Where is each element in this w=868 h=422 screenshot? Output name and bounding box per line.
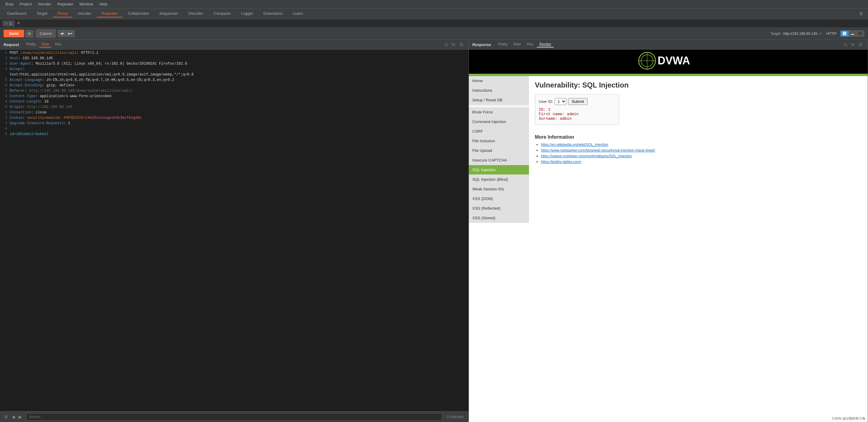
tab-learn[interactable]: Learn [288, 10, 307, 18]
request-panel-icons: ⌸ \n ☰ [444, 41, 465, 48]
tab-sequencer[interactable]: Sequencer [154, 10, 183, 18]
sidebar-item-sql-injection[interactable]: SQL Injection [469, 165, 529, 175]
sidebar-item-xss-dom[interactable]: XSS (DOM) [469, 194, 529, 204]
new-tab-button[interactable]: + [17, 20, 21, 26]
menu-burp[interactable]: Burp [2, 0, 17, 8]
request-tab-hex[interactable]: Hex [53, 41, 64, 48]
request-tab-raw[interactable]: Raw [39, 41, 52, 48]
settings-button[interactable]: ⚙ [25, 30, 33, 37]
menu-repeater[interactable]: Repeater [54, 0, 76, 8]
tab-decoder[interactable]: Decoder [184, 10, 208, 18]
sidebar-item-home[interactable]: Home [469, 76, 529, 86]
cancel-button[interactable]: Cancel [36, 29, 56, 37]
tab-extensions[interactable]: Extensions [258, 10, 287, 18]
result-id: ID: 1 [539, 107, 615, 112]
dvwa-sidebar-sep [469, 105, 529, 107]
menu-project[interactable]: Project [17, 0, 35, 8]
response-tab-render[interactable]: Render [537, 41, 553, 48]
sidebar-item-csrf[interactable]: CSRF [469, 126, 529, 136]
nav-buttons: ◀▾ ▶▾ [58, 30, 74, 37]
dvwa-result: ID: 1 First name: admin Surname: admin [539, 107, 615, 121]
request-line-6: 6 Accept-Encoding: gzip, deflate [0, 83, 469, 89]
response-wrap-icon[interactable]: ⌸ [843, 41, 848, 48]
dvwa-logo: DVWA [638, 52, 698, 72]
link-3[interactable]: https://owasp.org/www-community/attacks/… [541, 154, 632, 158]
request-menu-icon[interactable]: ☰ [458, 41, 465, 48]
request-line-2: 2 Host: 192.168.80.145 [0, 56, 469, 62]
request-line-1: 1 POST /dvwa/vulnerabilities/sqli/ HTTP/… [0, 51, 469, 56]
search-input[interactable] [26, 413, 442, 421]
request-content[interactable]: 1 POST /dvwa/vulnerabilities/sqli/ HTTP/… [0, 50, 469, 411]
settings-bottom-icon[interactable]: ⚙ [2, 414, 10, 420]
user-id-select[interactable]: 1 2 3 [555, 98, 566, 105]
main-tab-bar: Dashboard Target Proxy Intruder Repeater… [0, 8, 868, 19]
dvwa-more-info: More Information https://en.wikipedia.or… [535, 135, 862, 164]
request-line-9: 9 Content-Length: 18 [0, 100, 469, 105]
view-single[interactable]: ⬛ [856, 30, 864, 37]
tab-logger[interactable]: Logger [236, 10, 258, 18]
render-content: DVWA Home Instructions Setup / Reset DB … [469, 50, 868, 422]
tab-collaborator[interactable]: Collaborator [123, 10, 154, 18]
link-1[interactable]: https://en.wikipedia.org/wiki/SQL_inject… [541, 143, 608, 147]
request-line-15: 5 id=1&Submit=Submit [0, 132, 469, 137]
response-newline-icon[interactable]: \n [849, 41, 856, 48]
nav-back-button[interactable]: ◀▾ [58, 30, 66, 37]
tab-proxy[interactable]: Proxy [53, 10, 72, 18]
sidebar-item-file-inclusion[interactable]: File Inclusion [469, 136, 529, 146]
request-tab-pretty[interactable]: Pretty [24, 41, 38, 48]
tab-comparer[interactable]: Comparer [209, 10, 236, 18]
response-tab-pretty[interactable]: Pretty [496, 41, 510, 48]
sidebar-item-brute-force[interactable]: Brute Force [469, 107, 529, 117]
submit-button[interactable]: Submit [568, 98, 587, 105]
response-tab-raw[interactable]: Raw [511, 41, 523, 48]
sidebar-item-xss-stored[interactable]: XSS (Stored) [469, 213, 529, 223]
request-line-4a: 4 Accept: [0, 67, 469, 73]
sidebar-item-sql-injection-blind[interactable]: SQL Injection (Blind) [469, 175, 529, 185]
nav-next-icon[interactable]: ▶ [17, 414, 24, 420]
request-bottom-bar: ⚙ ◀ ▶ 0 matches [0, 411, 469, 422]
menu-intruder[interactable]: Intruder [35, 0, 54, 8]
svg-text:DVWA: DVWA [658, 54, 690, 67]
tab-target[interactable]: Target [32, 10, 52, 18]
sub-tab-1[interactable]: × 1 [2, 21, 15, 26]
menu-window[interactable]: Window [76, 0, 96, 8]
result-surname: Surname: admin [539, 116, 615, 121]
sidebar-item-setup[interactable]: Setup / Reset DB [469, 95, 529, 105]
sidebar-item-file-upload[interactable]: File Upload [469, 146, 529, 156]
settings-icon[interactable]: ⚙ [857, 11, 866, 17]
sidebar-item-xss-reflected[interactable]: XSS (Reflected) [469, 204, 529, 213]
dvwa-body: Home Instructions Setup / Reset DB Brute… [469, 76, 868, 223]
response-menu-icon[interactable]: ☰ [857, 41, 864, 48]
sidebar-item-weak-session-ids[interactable]: Weak Session IDs [469, 185, 529, 194]
nav-forward-button[interactable]: ▶▾ [66, 30, 74, 37]
dvwa-green-bar [469, 74, 868, 76]
request-line-14: 4 [0, 126, 469, 132]
request-line-7: 7 Referer: http://192.168.80.145/dvwa/vu… [0, 89, 469, 94]
nav-prev-icon[interactable]: ◀ [10, 414, 17, 420]
request-wrap-icon[interactable]: ⌸ [444, 41, 449, 48]
dvwa-form-row: User ID: 1 2 3 Submit [539, 98, 615, 105]
dvwa-sidebar: Home Instructions Setup / Reset DB Brute… [469, 76, 529, 223]
send-button[interactable]: Send [4, 30, 24, 37]
response-panel-header: Response Pretty Raw Hex Render ⌸ \n ☰ [469, 40, 868, 50]
link-4[interactable]: https://bobby-tables.com/ [541, 160, 581, 164]
link-2[interactable]: https://www.netsparker.com/blog/web-secu… [541, 148, 655, 152]
view-split-horizontal[interactable]: ⬜ [840, 30, 849, 37]
tab-repeater[interactable]: Repeater [97, 10, 122, 18]
tab-intruder[interactable]: Intruder [73, 10, 96, 18]
request-panel-header: Request Pretty Raw Hex ⌸ \n ☰ [0, 40, 469, 50]
tab-dashboard[interactable]: Dashboard [2, 10, 31, 18]
request-newline-icon[interactable]: \n [450, 41, 457, 48]
request-line-8: 8 Content-Type: application/x-www-form-u… [0, 94, 469, 100]
request-line-12: 2 Cookie: security=medium; PHPSESSID=14e… [0, 116, 469, 121]
sidebar-item-insecure-captcha[interactable]: Insecure CAPTCHA [469, 156, 529, 165]
http-label: HTTP/ [826, 32, 837, 36]
view-split-vertical[interactable]: ▬ [849, 30, 856, 37]
request-panel: Request Pretty Raw Hex ⌸ \n ☰ 1 POST /dv… [0, 40, 469, 422]
sub-tab-close[interactable]: × [5, 21, 7, 26]
sidebar-item-command-injection[interactable]: Command Injection [469, 117, 529, 126]
response-tab-hex[interactable]: Hex [524, 41, 535, 48]
edit-target-icon[interactable]: ✏ [819, 32, 822, 36]
sidebar-item-instructions[interactable]: Instructions [469, 86, 529, 95]
menu-help[interactable]: Help [96, 0, 110, 8]
